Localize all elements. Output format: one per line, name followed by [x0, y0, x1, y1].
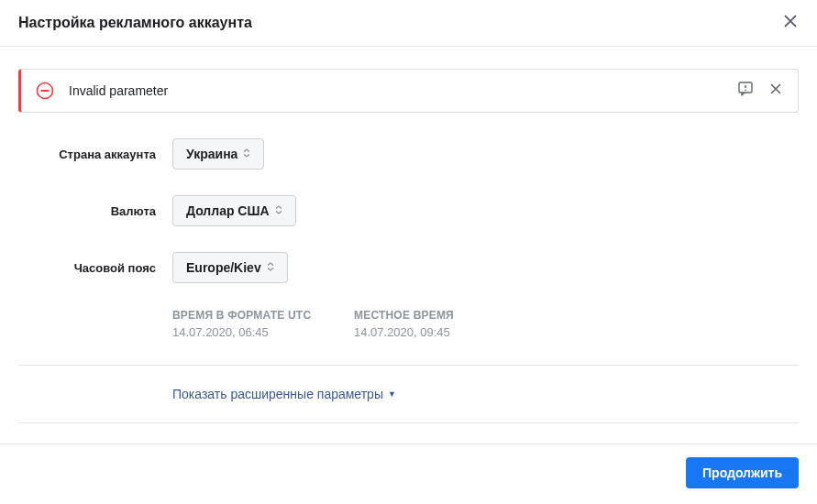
currency-row: Валюта Доллар США: [18, 195, 799, 226]
svg-point-4: [745, 89, 746, 91]
close-icon[interactable]: [782, 13, 799, 33]
sort-icon: [243, 148, 250, 159]
advanced-options-link[interactable]: Показать расширенные параметры ▼: [172, 387, 396, 401]
utc-time-label: ВРЕМЯ В ФОРМАТЕ UTC: [172, 309, 328, 322]
country-select[interactable]: Украина: [172, 138, 264, 170]
timezone-value: Europe/Kiev: [186, 260, 261, 275]
country-row: Страна аккаунта Украина: [18, 138, 799, 170]
utc-time-block: ВРЕМЯ В ФОРМАТЕ UTC 14.07.2020, 06:45: [172, 309, 328, 339]
error-alert: Invalid parameter: [18, 69, 799, 113]
timezone-select[interactable]: Europe/Kiev: [172, 252, 288, 283]
local-time-block: МЕСТНОЕ ВРЕМЯ 14.07.2020, 09:45: [354, 309, 510, 339]
sort-icon: [267, 262, 274, 273]
country-label: Страна аккаунта: [18, 148, 172, 161]
advanced-options-label: Показать расширенные параметры: [172, 387, 383, 401]
dismiss-alert-icon[interactable]: [768, 82, 783, 100]
local-time-label: МЕСТНОЕ ВРЕМЯ: [354, 309, 510, 322]
currency-label: Валюта: [18, 204, 172, 218]
dialog-footer: Продолжить: [0, 444, 817, 501]
divider: [18, 422, 799, 423]
local-time-value: 14.07.2020, 09:45: [354, 325, 510, 339]
timezone-label: Часовой пояс: [18, 261, 172, 275]
alert-actions: [737, 81, 783, 101]
alert-message: Invalid parameter: [69, 83, 737, 98]
error-icon: [36, 82, 54, 100]
time-info: ВРЕМЯ В ФОРМАТЕ UTC 14.07.2020, 06:45 МЕ…: [172, 309, 799, 339]
timezone-row: Часовой пояс Europe/Kiev: [18, 252, 799, 283]
currency-value: Доллар США: [186, 203, 270, 218]
currency-select[interactable]: Доллар США: [172, 195, 296, 226]
dialog-header: Настройка рекламного аккаунта: [0, 0, 817, 47]
advanced-row: Показать расширенные параметры ▼: [172, 386, 799, 402]
divider: [18, 365, 799, 366]
utc-time-value: 14.07.2020, 06:45: [172, 325, 328, 339]
svg-rect-1: [41, 90, 50, 92]
dialog-content: Invalid parameter Страна аккаунта Украин…: [0, 47, 817, 423]
dialog-title: Настройка рекламного аккаунта: [18, 15, 252, 31]
caret-down-icon: ▼: [388, 389, 396, 399]
country-value: Украина: [186, 147, 237, 161]
sort-icon: [275, 205, 282, 216]
feedback-icon[interactable]: [737, 81, 754, 101]
continue-button[interactable]: Продолжить: [686, 457, 799, 488]
